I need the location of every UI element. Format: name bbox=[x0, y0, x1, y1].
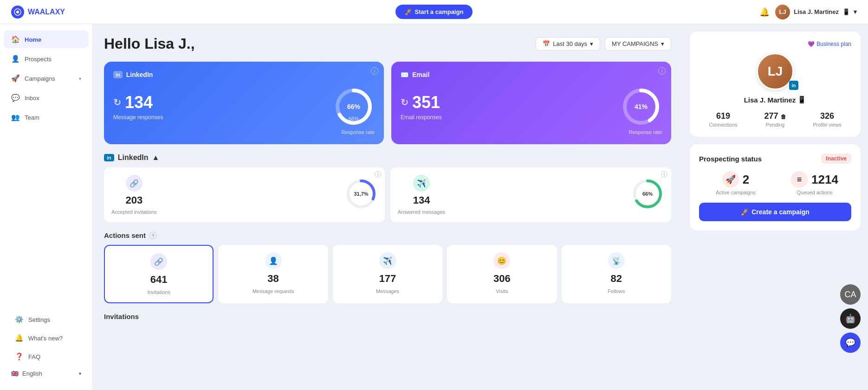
action-card-visits[interactable]: 😊 306 Visits bbox=[447, 245, 557, 303]
linkedin-section-header: in LinkedIn ▲ bbox=[104, 153, 671, 162]
profile-card: 💜 Business plan LJ in Lisa J. Martinez 📱… bbox=[690, 32, 861, 137]
faq-icon: ❓ bbox=[15, 352, 24, 361]
language-selector[interactable]: 🇬🇧 English ▾ bbox=[4, 366, 89, 381]
invitations-number: 641 bbox=[150, 274, 168, 286]
app-logo[interactable]: WAALAXY bbox=[11, 6, 65, 19]
info-icon[interactable]: ? bbox=[149, 232, 157, 239]
sidebar-item-prospects[interactable]: 👤 Prospects bbox=[4, 50, 89, 68]
info-icon[interactable]: i bbox=[658, 67, 666, 75]
home-icon: 🏠 bbox=[11, 35, 20, 44]
queued-actions-number: 1214 bbox=[811, 173, 838, 187]
action-card-invitations[interactable]: 🔗 641 Invitations bbox=[104, 245, 214, 303]
sidebar-item-campaigns[interactable]: 🚀 Campaigns ▾ bbox=[4, 70, 89, 87]
actions-sent-title: Actions sent bbox=[104, 231, 146, 239]
purple-diamond-icon: 💜 bbox=[808, 41, 815, 47]
pending-stat: 277 🗑 Pending bbox=[751, 111, 799, 128]
action-card-follows[interactable]: 📡 82 Follows bbox=[562, 245, 671, 303]
connections-number: 619 bbox=[699, 111, 747, 121]
campaign-filter[interactable]: MY CAMPAIGNS ▾ bbox=[605, 37, 671, 51]
sidebar-item-settings[interactable]: ⚙️ Settings bbox=[7, 311, 85, 328]
sidebar-item-inbox[interactable]: 💬 Inbox bbox=[4, 89, 89, 107]
sidebar-item-team[interactable]: 👥 Team bbox=[4, 109, 89, 126]
email-responses: ↻ 351 Email responses bbox=[401, 93, 442, 121]
answered-messages-content: ✈️ 134 Answered messages 66% bbox=[398, 175, 664, 215]
chevron-down-icon: ▾ bbox=[590, 40, 593, 47]
bell-icon: 🔔 bbox=[759, 7, 770, 17]
refresh-icon: ↻ bbox=[113, 97, 121, 108]
refresh-icon: ↻ bbox=[401, 97, 408, 108]
sidebar-item-whats-new[interactable]: 🔔 What's new? bbox=[7, 329, 85, 347]
rocket-icon: 🚀 bbox=[405, 8, 412, 15]
business-plan-label: Business plan bbox=[816, 41, 851, 47]
info-icon[interactable]: i bbox=[661, 171, 667, 178]
linkedin-card-title: LinkedIn bbox=[126, 71, 153, 78]
info-icon[interactable]: i bbox=[371, 67, 378, 75]
linkedin-stat-card: i in LinkedIn ↻ 134 Message responses bbox=[104, 62, 384, 144]
linkedin-donut: 66% 66% bbox=[333, 86, 375, 128]
float-btn-2[interactable]: 🤖 bbox=[840, 308, 861, 329]
chevron-down-icon: ▾ bbox=[661, 40, 664, 47]
sidebar-item-label: Prospects bbox=[25, 56, 52, 63]
queued-actions-stat: ≡ 1214 Queued actions bbox=[778, 171, 851, 195]
link-icon: 🔗 bbox=[126, 175, 143, 192]
inactive-badge: Inactive bbox=[821, 153, 851, 164]
user-menu[interactable]: LJ Lisa J. Martinez 📱 ▾ bbox=[775, 5, 857, 19]
business-plan-link[interactable]: 💜 Business plan bbox=[699, 41, 851, 47]
user-emoji: 📱 bbox=[842, 8, 850, 15]
sidebar-item-label: Settings bbox=[28, 316, 50, 323]
prospects-icon: 👤 bbox=[11, 55, 20, 63]
top-stats-row: i in LinkedIn ↻ 134 Message responses bbox=[104, 62, 671, 144]
follows-label: Follows bbox=[608, 288, 625, 294]
float-btn-1[interactable]: CA bbox=[840, 284, 861, 305]
active-campaigns-label: Active campaigns bbox=[716, 190, 756, 195]
flag-icon: 🇬🇧 bbox=[11, 370, 19, 377]
start-campaign-button[interactable]: 🚀 Start a campaign bbox=[395, 5, 473, 19]
accepted-invitations-number: 203 bbox=[126, 194, 143, 206]
action-card-messages[interactable]: ✈️ 177 Messages bbox=[333, 245, 442, 303]
create-campaign-button[interactable]: 🚀 Create a campaign bbox=[699, 203, 851, 221]
info-icon[interactable]: i bbox=[375, 171, 381, 178]
email-card-content: ↻ 351 Email responses 41% bbox=[401, 86, 662, 128]
profile-stats: 619 Connections 277 🗑 Pending 326 Profil… bbox=[699, 111, 851, 128]
inbox-icon: 💬 bbox=[11, 94, 20, 102]
campaign-filter-label: MY CAMPAIGNS bbox=[612, 40, 658, 47]
rocket-icon: 🚀 bbox=[741, 208, 749, 216]
response-rate-label: 66% bbox=[349, 116, 359, 121]
email-icon: ✉️ bbox=[401, 71, 408, 78]
prospecting-title: Prospecting status bbox=[699, 155, 762, 163]
sidebar: 🏠 Home 👤 Prospects 🚀 Campaigns ▾ 💬 Inbox… bbox=[0, 24, 93, 390]
page-header: Hello Lisa J., 📅 Last 30 days ▾ MY CAMPA… bbox=[104, 35, 671, 52]
sidebar-item-home[interactable]: 🏠 Home bbox=[4, 31, 89, 48]
answered-messages-card: i ✈️ 134 Answered messages 66% bbox=[390, 167, 671, 222]
linkedin-responses-label: Message responses bbox=[113, 114, 163, 121]
invitations-label: Invitations bbox=[147, 289, 170, 295]
linkedin-stats-grid: i 🔗 203 Accepted invitations 31,7% bbox=[104, 167, 671, 222]
answered-messages-number: 134 bbox=[413, 194, 430, 206]
sidebar-item-label: Campaigns bbox=[25, 75, 55, 82]
pending-number: 277 🗑 bbox=[751, 111, 799, 121]
rocket-icon: 🚀 bbox=[722, 171, 739, 188]
email-card-title: Email bbox=[412, 71, 429, 78]
message-icon: ✈️ bbox=[413, 175, 430, 192]
phone-icon: 📱 bbox=[797, 96, 806, 104]
collapse-icon[interactable]: ▲ bbox=[152, 153, 160, 162]
response-rate-text: Response rate bbox=[113, 129, 375, 135]
language-label: English bbox=[22, 370, 42, 377]
linkedin-card-header: in LinkedIn bbox=[113, 71, 375, 78]
action-card-message-requests[interactable]: 👤 38 Message requests bbox=[218, 245, 328, 303]
whats-new-icon: 🔔 bbox=[15, 334, 24, 342]
sidebar-item-label: FAQ bbox=[28, 353, 40, 360]
svg-point-1 bbox=[16, 11, 19, 13]
email-donut: 41% bbox=[620, 86, 662, 128]
visits-label: Visits bbox=[496, 288, 508, 294]
response-rate-donut: 66% bbox=[631, 178, 664, 212]
app-name: WAALAXY bbox=[28, 8, 65, 16]
messages-label: Messages bbox=[376, 288, 399, 294]
notification-bell-button[interactable]: 🔔 bbox=[759, 7, 770, 17]
avatar: LJ bbox=[757, 53, 794, 90]
float-btn-chat[interactable]: 💬 bbox=[840, 332, 861, 353]
sidebar-item-faq[interactable]: ❓ FAQ bbox=[7, 348, 85, 365]
date-range-filter[interactable]: 📅 Last 30 days ▾ bbox=[536, 37, 600, 51]
main-layout: 🏠 Home 👤 Prospects 🚀 Campaigns ▾ 💬 Inbox… bbox=[0, 24, 868, 390]
pending-label: Pending bbox=[751, 122, 799, 128]
